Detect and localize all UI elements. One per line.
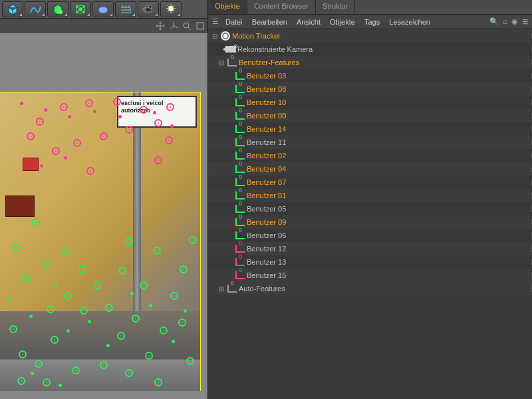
tree-item-feature[interactable]: Benutzer 03 bbox=[208, 69, 532, 82]
track-marker[interactable] bbox=[166, 103, 174, 111]
tree-item-feature[interactable]: Benutzer 06 bbox=[208, 229, 532, 242]
tree-item-motion-tracker[interactable]: ⊟ Motion Tracker bbox=[208, 29, 532, 43]
track-marker[interactable] bbox=[153, 247, 161, 255]
track-dot[interactable] bbox=[88, 320, 91, 323]
tree-item-feature[interactable]: Benutzer 05 bbox=[208, 202, 532, 215]
track-dot[interactable] bbox=[133, 134, 136, 137]
tree-item-user-features[interactable]: ⊟ Benutzer-Features bbox=[208, 56, 532, 69]
track-dot[interactable] bbox=[130, 292, 134, 295]
track-marker[interactable] bbox=[43, 378, 51, 386]
zoom-icon[interactable] bbox=[182, 21, 192, 31]
tree-item-feature[interactable]: Benutzer 07 bbox=[208, 176, 532, 189]
eye-icon[interactable]: ◉ bbox=[511, 17, 518, 26]
tree-item-feature[interactable]: Benutzer 00 bbox=[208, 109, 532, 122]
menu-edit[interactable]: Bearbeiten bbox=[252, 18, 287, 26]
track-marker[interactable] bbox=[60, 103, 68, 111]
track-marker[interactable] bbox=[47, 305, 55, 313]
move-icon[interactable] bbox=[156, 21, 165, 31]
track-marker[interactable] bbox=[118, 267, 126, 275]
track-marker[interactable] bbox=[93, 281, 101, 289]
track-dot[interactable] bbox=[106, 344, 110, 347]
tree-item-feature[interactable]: Benutzer 02 bbox=[208, 149, 532, 162]
track-marker[interactable] bbox=[32, 219, 40, 227]
object-tree[interactable]: ⊟ Motion Tracker Rekonstruierte Kamera ⊟… bbox=[208, 29, 532, 399]
hamburger-icon[interactable]: ☰ bbox=[212, 17, 221, 26]
track-marker[interactable] bbox=[189, 236, 197, 244]
track-marker[interactable] bbox=[113, 98, 121, 106]
menu-file[interactable]: Datei bbox=[225, 18, 243, 26]
track-marker[interactable] bbox=[80, 307, 88, 315]
tab-objects[interactable]: Objekte bbox=[208, 0, 247, 14]
track-marker[interactable] bbox=[36, 118, 44, 126]
track-marker[interactable] bbox=[73, 139, 81, 147]
search-icon[interactable]: 🔍 bbox=[489, 17, 499, 26]
axis-icon[interactable] bbox=[169, 21, 178, 31]
collapse-icon[interactable]: ⊟ bbox=[217, 59, 225, 66]
track-marker[interactable] bbox=[9, 325, 17, 333]
track-dot[interactable] bbox=[66, 329, 70, 332]
tree-item-camera[interactable]: Rekonstruierte Kamera bbox=[208, 43, 532, 56]
track-marker[interactable] bbox=[186, 357, 194, 365]
track-marker[interactable] bbox=[180, 265, 188, 273]
track-marker[interactable] bbox=[72, 366, 80, 374]
track-marker[interactable] bbox=[170, 292, 178, 300]
track-marker[interactable] bbox=[21, 275, 29, 283]
track-dot[interactable] bbox=[149, 304, 152, 307]
menu-objects[interactable]: Objekte bbox=[330, 18, 355, 26]
menu-view[interactable]: Ansicht bbox=[297, 18, 321, 26]
track-dot[interactable] bbox=[44, 108, 47, 112]
track-marker[interactable] bbox=[100, 361, 108, 369]
menu-bookmarks[interactable]: Lesezeichen bbox=[389, 18, 430, 26]
tree-item-feature[interactable]: Benutzer 10 bbox=[208, 96, 532, 109]
track-dot[interactable] bbox=[64, 156, 67, 160]
menu-tags[interactable]: Tags bbox=[364, 18, 380, 26]
track-marker[interactable] bbox=[160, 327, 168, 334]
track-marker[interactable] bbox=[125, 369, 133, 377]
track-marker[interactable] bbox=[154, 156, 162, 164]
tree-item-feature[interactable]: Benutzer 13 bbox=[208, 255, 532, 269]
tool-camera[interactable] bbox=[138, 1, 159, 17]
track-marker[interactable] bbox=[140, 281, 148, 289]
track-marker[interactable] bbox=[140, 106, 148, 114]
tool-primitive-cube[interactable] bbox=[2, 1, 23, 17]
track-dot[interactable] bbox=[20, 102, 23, 105]
tree-item-auto-features[interactable]: ⊞ Auto-Features bbox=[208, 282, 532, 295]
frame-icon[interactable] bbox=[196, 21, 205, 31]
tool-sky[interactable] bbox=[92, 1, 114, 17]
tree-item-feature[interactable]: Benutzer 08 bbox=[208, 82, 532, 96]
track-dot[interactable] bbox=[8, 297, 11, 301]
track-marker[interactable] bbox=[61, 248, 69, 256]
track-dot[interactable] bbox=[31, 372, 34, 375]
track-marker[interactable] bbox=[105, 304, 113, 312]
track-dot[interactable] bbox=[172, 340, 175, 343]
track-marker[interactable] bbox=[17, 377, 25, 385]
track-marker[interactable] bbox=[35, 360, 43, 368]
tab-structure[interactable]: Struktur bbox=[316, 0, 356, 14]
track-dot[interactable] bbox=[59, 384, 62, 387]
tree-item-feature[interactable]: Benutzer 04 bbox=[208, 162, 532, 176]
track-marker[interactable] bbox=[52, 147, 60, 155]
track-marker[interactable] bbox=[132, 315, 140, 323]
tool-grid[interactable] bbox=[115, 1, 136, 17]
tree-item-feature[interactable]: Benutzer 14 bbox=[208, 122, 532, 136]
collapse-icon[interactable]: ⊟ bbox=[211, 33, 219, 40]
track-dot[interactable] bbox=[29, 315, 33, 318]
track-dot[interactable] bbox=[68, 115, 71, 118]
tree-item-feature[interactable]: Benutzer 15 bbox=[208, 269, 532, 282]
track-marker[interactable] bbox=[100, 132, 108, 140]
track-marker[interactable] bbox=[125, 126, 133, 134]
tree-item-feature[interactable]: Benutzer 11 bbox=[208, 136, 532, 149]
track-marker[interactable] bbox=[117, 332, 125, 340]
track-dot[interactable] bbox=[118, 115, 122, 118]
tree-item-feature[interactable]: Benutzer 09 bbox=[208, 215, 532, 229]
track-marker[interactable] bbox=[154, 378, 162, 386]
track-marker[interactable] bbox=[145, 352, 153, 360]
track-marker[interactable] bbox=[154, 119, 162, 127]
track-marker[interactable] bbox=[165, 136, 173, 144]
track-marker[interactable] bbox=[12, 244, 20, 252]
tool-light[interactable] bbox=[160, 1, 182, 17]
tool-deformer[interactable] bbox=[70, 1, 91, 17]
track-marker[interactable] bbox=[85, 99, 93, 107]
track-dot[interactable] bbox=[184, 309, 187, 313]
track-dot[interactable] bbox=[40, 164, 43, 168]
